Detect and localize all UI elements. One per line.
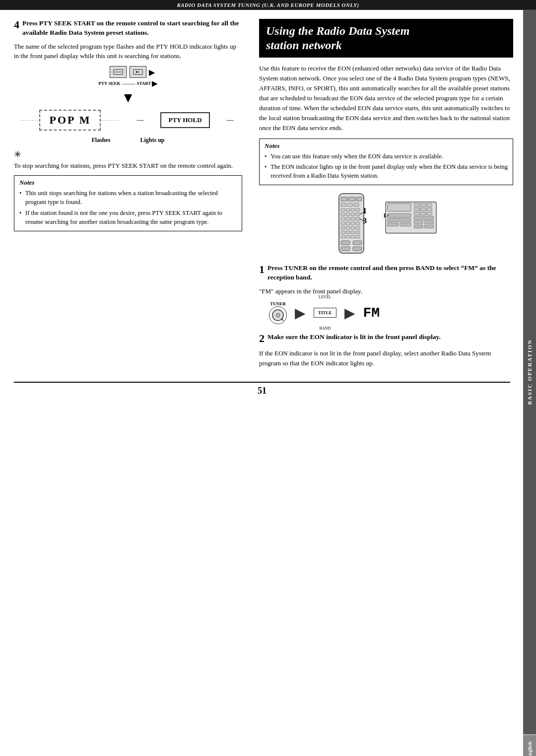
svg-rect-25 [351,222,355,225]
step4-body: The name of the selected program type fl… [14,42,242,61]
left-note-item-1: This unit stops searching for stations w… [19,189,237,206]
pty-seek-btn [110,66,127,78]
svg-rect-39 [341,241,350,245]
pty-diagram: ▶ PTY SEEK ——— START ▶ [14,66,242,144]
svg-rect-24 [346,222,350,225]
svg-rect-21 [351,217,355,220]
svg-point-70 [276,313,280,317]
svg-rect-11 [341,208,345,211]
fm-diagram: TUNER ▶ [259,301,513,325]
sun-icon: ✳ [14,149,242,160]
svg-rect-33 [351,231,355,234]
svg-rect-58 [388,213,411,217]
pty-hold-display: PTY HOLD [160,112,209,128]
right-sidebar: BASIC OPERATION English [523,10,536,756]
svg-rect-41 [341,247,350,251]
arrow1: ▶ [295,305,306,321]
svg-rect-9 [347,203,352,206]
right-notes-box: Notes You can use this feature only when… [259,138,513,185]
svg-rect-27 [341,226,345,229]
svg-rect-51 [426,204,432,206]
fm-display: FM [363,305,380,321]
svg-rect-65 [414,225,423,228]
title-button: TITLE [314,308,336,318]
svg-rect-62 [414,216,433,219]
step2-section: 2 Make sure the EON indicator is lit in … [259,333,513,368]
svg-rect-60 [388,223,399,226]
step1-heading: 1 Press TUNER on the remote control and … [259,264,513,282]
svg-rect-66 [425,225,434,228]
left-notes-list: This unit stops searching for stations w… [19,189,237,226]
svg-rect-17 [351,213,355,216]
step1-body: "FM" appears in the front panel display. [259,286,513,296]
svg-rect-29 [351,226,355,229]
svg-rect-12 [346,208,350,211]
flashes-lights-row: Flashes Lights up [91,137,164,144]
pty-seek-label: PTY SEEK [99,81,121,86]
svg-marker-3 [136,71,140,73]
lights-up-label: Lights up [140,137,164,144]
header-bar: RADIO DATA SYSTEM TUNING (U.K. AND EUROP… [0,0,536,10]
right-notes-list: You can use this feature only when the E… [265,152,508,180]
svg-rect-6 [349,197,356,201]
svg-rect-56 [420,212,426,215]
svg-rect-10 [354,203,359,206]
svg-rect-38 [356,235,360,238]
svg-rect-20 [346,217,350,220]
right-note-item-1: You can use this feature only when the E… [265,152,508,161]
page-number: 51 [14,382,510,396]
svg-rect-5 [341,197,348,201]
svg-rect-42 [353,247,362,251]
right-notes-title: Notes [265,142,508,150]
svg-rect-28 [346,226,350,229]
remote-diagram: 1 3 [259,191,513,258]
section-title: Using the Radio Data System station netw… [266,24,506,53]
svg-rect-7 [357,197,362,201]
left-notes-box: Notes This unit stops searching for stat… [14,175,242,231]
svg-rect-23 [341,222,345,225]
flashes-label: Flashes [91,137,110,144]
start-label: START [136,81,151,86]
svg-rect-55 [414,212,419,215]
step2-heading: 2 Make sure the EON indicator is lit in … [259,333,513,344]
svg-rect-63 [414,220,423,223]
arrow2: ▶ [344,305,355,321]
step2-body: If the EON indicator is not lit in the f… [259,348,513,368]
svg-rect-37 [351,235,355,238]
svg-rect-40 [353,241,362,245]
svg-rect-8 [341,203,346,206]
step4-text: Press PTY SEEK START on the remote contr… [22,19,242,38]
intro-text: Use this feature to receive the EON (enh… [259,64,513,134]
step1-number: 1 [259,264,265,275]
step2-number: 2 [259,333,265,344]
tuner-icon [269,306,287,324]
svg-rect-53 [420,208,426,211]
svg-rect-52 [414,208,419,211]
svg-rect-18 [356,213,360,216]
left-note-item-2: If the station found is not the one you … [19,208,237,226]
right-note-item-2: The EON indicator lights up in the front… [265,162,508,180]
step4-heading: 4 Press PTY SEEK START on the remote con… [14,19,242,38]
section-title-box: Using the Radio Data System station netw… [259,19,513,58]
svg-rect-61 [400,223,411,226]
svg-rect-31 [341,231,345,234]
svg-rect-30 [356,226,360,229]
step4-number: 4 [14,19,19,31]
svg-rect-57 [426,212,432,215]
svg-rect-49 [414,204,419,206]
left-dots: ········ [20,117,39,123]
english-label: English [523,735,536,756]
svg-rect-26 [356,222,360,225]
svg-rect-22 [356,217,360,220]
svg-rect-14 [356,208,360,211]
step1-section: 1 Press TUNER on the remote control and … [259,264,513,325]
svg-rect-16 [346,213,350,216]
svg-rect-54 [426,208,432,211]
left-notes-title: Notes [19,179,237,187]
stop-note: To stop searching for stations, press PT… [14,161,242,171]
svg-rect-34 [356,231,360,234]
svg-rect-48 [388,204,411,211]
level-label: LEVEL [319,295,331,299]
svg-rect-50 [420,204,426,206]
arrow-down: ▼ [121,91,135,105]
